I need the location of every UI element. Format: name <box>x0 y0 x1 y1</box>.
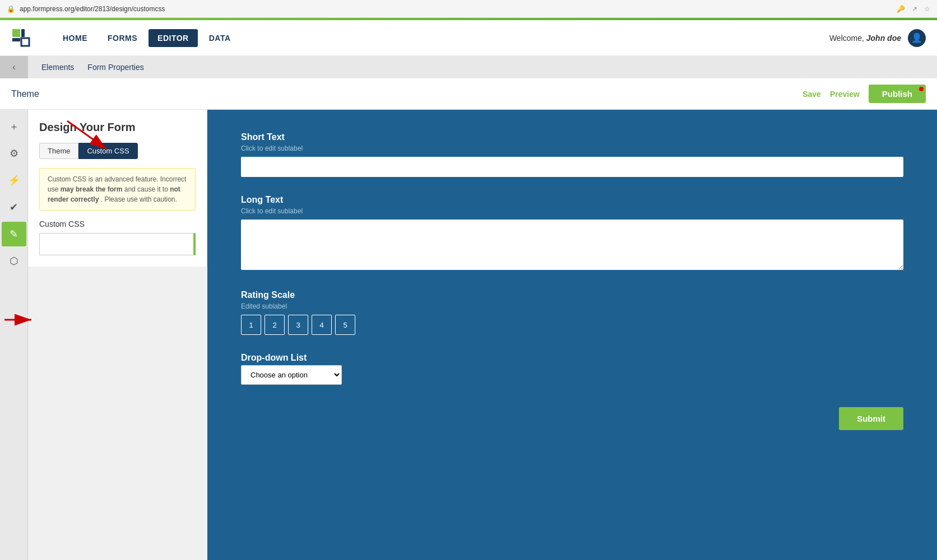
sidebar-pencil-icon[interactable]: ✎ <box>2 222 26 246</box>
preview-area: Short Text Click to edit sublabel Long T… <box>207 110 937 560</box>
tab-theme[interactable]: Theme <box>39 143 78 159</box>
sidebar-toggle[interactable]: ‹ <box>0 56 28 78</box>
svg-rect-1 <box>12 38 20 41</box>
logo-icon <box>11 28 31 48</box>
long-text-sublabel: Click to edit sublabel <box>241 207 903 215</box>
dropdown-select[interactable]: Choose an option <box>241 365 342 385</box>
sub-nav: ‹ Elements Form Properties <box>0 56 937 78</box>
browser-url: app.formpress.org/editor/2813/design/cus… <box>20 5 165 13</box>
left-sidebar: ＋ ⚙ ⚡ ✔ ✎ ⬡ <box>0 110 28 560</box>
main-content: ＋ ⚙ ⚡ ✔ ✎ ⬡ Design Yo <box>0 110 937 560</box>
publish-button[interactable]: Publish <box>869 85 926 103</box>
nav-data[interactable]: DATA <box>200 29 240 47</box>
nav-forms[interactable]: FORMS <box>99 29 146 47</box>
sidebar-add-icon[interactable]: ＋ <box>2 114 26 139</box>
rating-btn-1[interactable]: 1 <box>241 315 261 335</box>
long-text-field: Long Text Click to edit sublabel <box>241 195 903 272</box>
rating-btn-5[interactable]: 5 <box>335 315 355 335</box>
welcome-text: Welcome, John doe <box>829 34 901 43</box>
panel-tabs: Theme Custom CSS <box>39 143 196 159</box>
tab-custom-css[interactable]: Custom CSS <box>78 143 137 159</box>
publish-indicator <box>919 87 924 91</box>
long-text-input[interactable] <box>241 220 903 270</box>
css-input-wrapper <box>39 233 196 255</box>
save-button[interactable]: Save <box>803 90 821 99</box>
css-label: Custom CSS <box>39 220 196 228</box>
panel-wrapper: Design Your Form Theme Custom CSS Custom… <box>28 110 207 560</box>
key-icon: 🔑 <box>897 5 905 13</box>
short-text-field: Short Text Click to edit sublabel <box>241 132 903 177</box>
submit-row: Submit <box>241 407 903 430</box>
warning-box: Custom CSS is an advanced feature. Incor… <box>39 168 196 211</box>
nav-home[interactable]: HOME <box>54 29 96 47</box>
short-text-sublabel: Click to edit sublabel <box>241 144 903 152</box>
rating-scale-label: Rating Scale <box>241 290 903 300</box>
user-avatar[interactable]: 👤 <box>908 29 926 47</box>
logo[interactable] <box>11 28 31 48</box>
rating-scale-sublabel: Edited sublabel <box>241 302 903 310</box>
sub-nav-elements[interactable]: Elements <box>37 60 78 74</box>
browser-bar: 🔒 app.formpress.org/editor/2813/design/c… <box>0 0 937 18</box>
main-nav: HOME FORMS EDITOR DATA Welcome, John doe… <box>0 20 937 56</box>
share-browser-icon: ↗ <box>912 5 917 13</box>
theme-actions: Save Preview Publish <box>803 85 926 103</box>
css-input[interactable] <box>39 233 196 255</box>
short-text-input[interactable] <box>241 157 903 177</box>
nav-right: Welcome, John doe 👤 <box>829 29 926 47</box>
rating-scale-buttons: 1 2 3 4 5 <box>241 315 903 335</box>
svg-rect-2 <box>21 29 25 37</box>
svg-rect-3 <box>21 38 29 46</box>
nav-links: HOME FORMS EDITOR DATA <box>54 29 829 47</box>
sub-nav-form-properties[interactable]: Form Properties <box>83 60 148 74</box>
lock-icon: 🔒 <box>7 5 15 13</box>
svg-rect-0 <box>12 29 20 37</box>
short-text-label: Short Text <box>241 132 903 142</box>
browser-icons: 🔑 ↗ ☆ <box>897 5 930 13</box>
theme-title: Theme <box>11 89 39 99</box>
rating-btn-4[interactable]: 4 <box>312 315 332 335</box>
theme-bar: Theme Save Preview Publish <box>0 78 937 110</box>
sidebar-bolt-icon[interactable]: ⚡ <box>2 168 26 193</box>
sub-nav-links: Elements Form Properties <box>28 60 157 74</box>
rating-btn-3[interactable]: 3 <box>288 315 308 335</box>
rating-scale-field: Rating Scale Edited sublabel 1 2 3 4 5 <box>241 290 903 335</box>
preview-button[interactable]: Preview <box>830 90 860 99</box>
sidebar-settings-icon[interactable]: ⚙ <box>2 141 26 166</box>
design-panel: Design Your Form Theme Custom CSS Custom… <box>28 110 207 267</box>
dropdown-label: Drop-down List <box>241 353 903 363</box>
submit-button[interactable]: Submit <box>839 407 903 430</box>
long-text-label: Long Text <box>241 195 903 205</box>
star-icon: ☆ <box>924 5 930 13</box>
rating-btn-2[interactable]: 2 <box>265 315 285 335</box>
sidebar-check-icon[interactable]: ✔ <box>2 195 26 220</box>
nav-editor[interactable]: EDITOR <box>149 29 198 47</box>
sidebar-share-icon[interactable]: ⬡ <box>2 249 26 273</box>
dropdown-field: Drop-down List Choose an option <box>241 353 903 385</box>
design-heading: Design Your Form <box>39 121 196 134</box>
